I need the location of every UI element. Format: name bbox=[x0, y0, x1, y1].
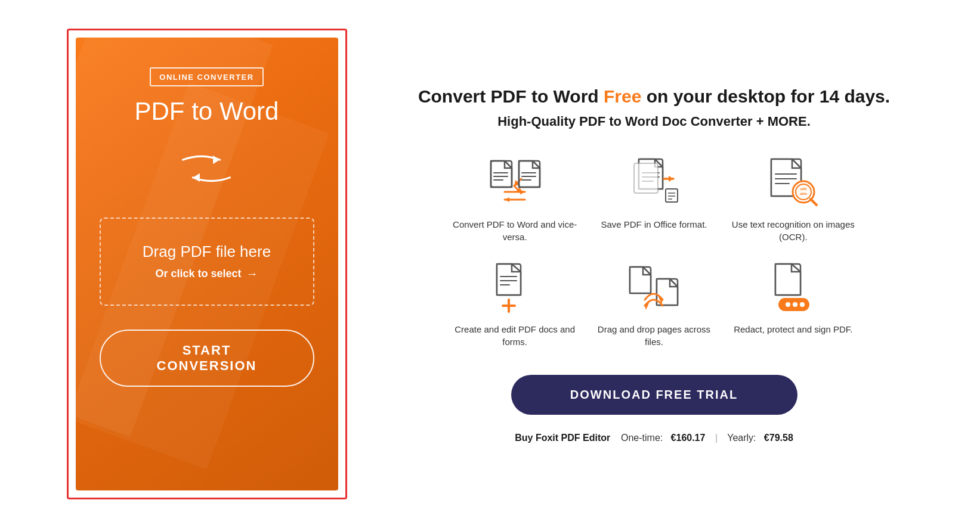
drop-zone-main-text: Drag PDF file here bbox=[143, 243, 271, 261]
create-edit-icon bbox=[488, 261, 542, 315]
feature-ocr-text: Use text recognition on images (OCR). bbox=[729, 218, 857, 243]
feature-pdf-to-word: Convert PDF to Word and vice-versa. bbox=[452, 156, 579, 243]
arrow-left-icon bbox=[185, 166, 233, 188]
heading-free-word: Free bbox=[604, 86, 641, 106]
main-heading: Convert PDF to Word Free on your desktop… bbox=[418, 85, 890, 108]
svg-text:edit: edit bbox=[800, 187, 806, 191]
feature-pdf-to-word-text: Convert PDF to Word and vice-versa. bbox=[452, 218, 579, 243]
conversion-arrows bbox=[180, 150, 234, 188]
pricing-info: Buy Foxit PDF Editor One-time: €160.17 |… bbox=[515, 433, 793, 443]
pricing-label: Buy Foxit PDF Editor bbox=[515, 433, 610, 443]
svg-line-30 bbox=[811, 199, 817, 205]
svg-point-46 bbox=[793, 302, 797, 307]
badge-text: ONLINE CONVERTER bbox=[159, 73, 253, 82]
ocr-icon: edit able bbox=[766, 156, 820, 210]
svg-marker-0 bbox=[213, 156, 220, 164]
svg-marker-1 bbox=[193, 173, 200, 182]
pricing-yearly-price: €79.58 bbox=[764, 433, 793, 443]
pricing-separator: | bbox=[715, 433, 718, 443]
feature-drag-drop: Drag and drop pages across files. bbox=[591, 261, 718, 348]
pdf-to-word-icon bbox=[488, 156, 542, 210]
pricing-yearly-label: Yearly: bbox=[727, 433, 756, 443]
pricing-onetime-label: One-time: bbox=[621, 433, 663, 443]
svg-marker-19 bbox=[669, 176, 673, 182]
feature-save-office-text: Save PDF in Office format. bbox=[601, 218, 707, 231]
svg-rect-20 bbox=[666, 189, 678, 202]
features-grid: Convert PDF to Word and vice-versa. bbox=[452, 156, 857, 348]
left-panel-wrapper: ONLINE CONVERTER PDF to Word Drag PDF fi… bbox=[67, 29, 347, 499]
feature-drag-drop-text: Drag and drop pages across files. bbox=[591, 323, 718, 348]
svg-point-45 bbox=[786, 302, 790, 307]
drop-zone[interactable]: Drag PDF file here Or click to select → bbox=[100, 218, 314, 306]
drop-zone-sub-text: Or click to select → bbox=[155, 267, 258, 281]
save-office-icon bbox=[627, 156, 681, 210]
redact-icon bbox=[766, 261, 820, 315]
feature-ocr: edit able Use text recognition on images… bbox=[729, 156, 857, 243]
download-free-trial-button[interactable]: DOWNLOAD FREE TRIAL bbox=[511, 375, 797, 415]
left-panel: ONLINE CONVERTER PDF to Word Drag PDF fi… bbox=[76, 38, 338, 490]
heading-part2: on your desktop for 14 days. bbox=[641, 86, 890, 106]
online-converter-badge: ONLINE CONVERTER bbox=[150, 67, 263, 86]
feature-redact: Redact, protect and sign PDF. bbox=[729, 261, 857, 348]
heading-part1: Convert PDF to Word bbox=[418, 86, 604, 106]
feature-save-office: Save PDF in Office format. bbox=[591, 156, 718, 243]
feature-create-edit-text: Create and edit PDF docs and forms. bbox=[452, 323, 579, 348]
svg-text:able: able bbox=[800, 192, 808, 195]
drop-zone-arrow-icon: → bbox=[246, 267, 258, 281]
drag-drop-icon bbox=[627, 261, 681, 315]
svg-marker-8 bbox=[520, 190, 525, 194]
right-panel: Convert PDF to Word Free on your desktop… bbox=[395, 73, 914, 455]
feature-redact-text: Redact, protect and sign PDF. bbox=[734, 323, 852, 336]
sub-heading: High-Quality PDF to Word Doc Converter +… bbox=[497, 114, 811, 129]
panel-title: PDF to Word bbox=[135, 97, 279, 126]
svg-rect-18 bbox=[634, 163, 658, 193]
svg-point-47 bbox=[800, 302, 805, 307]
feature-create-edit: Create and edit PDF docs and forms. bbox=[452, 261, 579, 348]
start-conversion-button[interactable]: START CONVERSION bbox=[100, 330, 314, 387]
svg-marker-9 bbox=[505, 197, 509, 202]
pricing-onetime-price: €160.17 bbox=[671, 433, 706, 443]
main-container: ONLINE CONVERTER PDF to Word Drag PDF fi… bbox=[43, 5, 938, 523]
